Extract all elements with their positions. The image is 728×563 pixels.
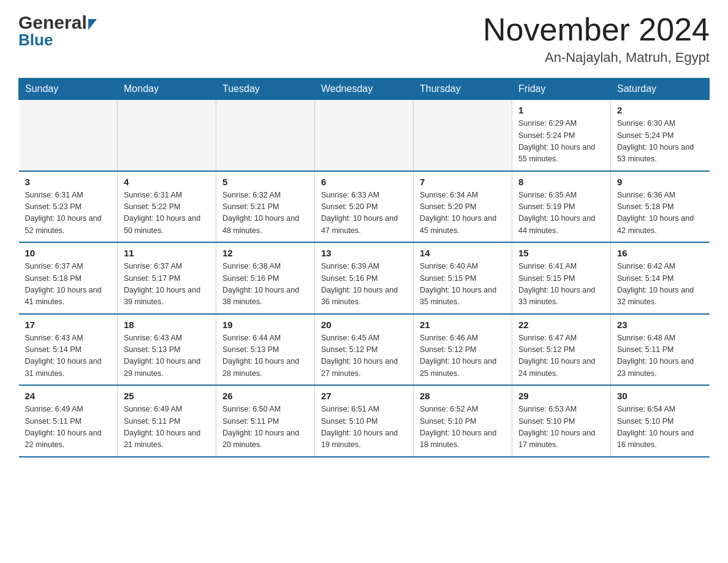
calendar-table: SundayMondayTuesdayWednesdayThursdayFrid… — [18, 78, 710, 458]
day-info: Sunrise: 6:41 AMSunset: 5:15 PMDaylight:… — [518, 261, 604, 308]
day-cell: 9Sunrise: 6:36 AMSunset: 5:18 PMDaylight… — [611, 171, 710, 243]
day-cell: 6Sunrise: 6:33 AMSunset: 5:20 PMDaylight… — [315, 171, 414, 243]
day-number: 10 — [25, 248, 112, 258]
page-title: November 2024 — [483, 12, 710, 47]
day-number: 19 — [222, 320, 308, 330]
day-cell — [19, 100, 118, 171]
day-number: 6 — [321, 177, 407, 187]
day-info: Sunrise: 6:30 AMSunset: 5:24 PMDaylight:… — [617, 118, 703, 166]
day-cell: 25Sunrise: 6:49 AMSunset: 5:11 PMDayligh… — [118, 385, 216, 457]
week-row-5: 24Sunrise: 6:49 AMSunset: 5:11 PMDayligh… — [19, 385, 710, 457]
day-cell — [118, 100, 216, 171]
day-cell: 13Sunrise: 6:39 AMSunset: 5:16 PMDayligh… — [315, 242, 414, 314]
header-cell-tuesday: Tuesday — [216, 79, 315, 100]
header-cell-saturday: Saturday — [611, 79, 710, 100]
day-cell: 4Sunrise: 6:31 AMSunset: 5:22 PMDaylight… — [118, 171, 216, 243]
day-number: 12 — [222, 248, 308, 258]
day-number: 24 — [25, 391, 112, 401]
day-cell: 30Sunrise: 6:54 AMSunset: 5:10 PMDayligh… — [611, 385, 710, 457]
day-number: 17 — [25, 320, 112, 330]
day-cell: 20Sunrise: 6:45 AMSunset: 5:12 PMDayligh… — [315, 314, 414, 386]
day-cell: 19Sunrise: 6:44 AMSunset: 5:13 PMDayligh… — [216, 314, 315, 386]
day-number: 2 — [617, 105, 703, 115]
day-info: Sunrise: 6:47 AMSunset: 5:12 PMDaylight:… — [518, 332, 604, 380]
day-cell — [414, 100, 512, 171]
page-subtitle: An-Najaylah, Matruh, Egypt — [483, 50, 710, 66]
day-number: 8 — [518, 177, 604, 187]
day-info: Sunrise: 6:33 AMSunset: 5:20 PMDaylight:… — [321, 190, 407, 237]
day-info: Sunrise: 6:29 AMSunset: 5:24 PMDaylight:… — [518, 118, 604, 166]
day-number: 30 — [617, 391, 703, 401]
day-cell: 28Sunrise: 6:52 AMSunset: 5:10 PMDayligh… — [414, 385, 512, 457]
day-info: Sunrise: 6:44 AMSunset: 5:13 PMDaylight:… — [222, 332, 308, 380]
day-number: 20 — [321, 320, 407, 330]
day-cell: 14Sunrise: 6:40 AMSunset: 5:15 PMDayligh… — [414, 242, 512, 314]
day-cell: 27Sunrise: 6:51 AMSunset: 5:10 PMDayligh… — [315, 385, 414, 457]
title-area: November 2024 An-Najaylah, Matruh, Egypt — [483, 12, 710, 66]
day-info: Sunrise: 6:43 AMSunset: 5:13 PMDaylight:… — [124, 332, 210, 380]
day-cell: 5Sunrise: 6:32 AMSunset: 5:21 PMDaylight… — [216, 171, 315, 243]
day-info: Sunrise: 6:51 AMSunset: 5:10 PMDaylight:… — [321, 404, 407, 451]
week-row-3: 10Sunrise: 6:37 AMSunset: 5:18 PMDayligh… — [19, 242, 710, 314]
day-number: 23 — [617, 320, 703, 330]
day-info: Sunrise: 6:35 AMSunset: 5:19 PMDaylight:… — [518, 190, 604, 237]
logo: General Blue — [18, 12, 97, 50]
day-number: 21 — [420, 320, 506, 330]
day-info: Sunrise: 6:52 AMSunset: 5:10 PMDaylight:… — [420, 404, 506, 451]
day-number: 26 — [222, 391, 308, 401]
day-cell — [315, 100, 414, 171]
day-info: Sunrise: 6:36 AMSunset: 5:18 PMDaylight:… — [617, 190, 703, 237]
day-cell: 18Sunrise: 6:43 AMSunset: 5:13 PMDayligh… — [118, 314, 216, 386]
day-number: 14 — [420, 248, 506, 258]
day-cell: 3Sunrise: 6:31 AMSunset: 5:23 PMDaylight… — [19, 171, 118, 243]
day-info: Sunrise: 6:32 AMSunset: 5:21 PMDaylight:… — [222, 190, 308, 237]
day-info: Sunrise: 6:39 AMSunset: 5:16 PMDaylight:… — [321, 261, 407, 308]
day-cell: 21Sunrise: 6:46 AMSunset: 5:12 PMDayligh… — [414, 314, 512, 386]
day-info: Sunrise: 6:37 AMSunset: 5:18 PMDaylight:… — [25, 261, 112, 308]
day-cell — [216, 100, 315, 171]
week-row-1: 1Sunrise: 6:29 AMSunset: 5:24 PMDaylight… — [19, 100, 710, 171]
day-number: 11 — [124, 248, 210, 258]
page-header: General Blue November 2024 An-Najaylah, … — [18, 12, 710, 66]
day-cell: 2Sunrise: 6:30 AMSunset: 5:24 PMDaylight… — [611, 100, 710, 171]
day-info: Sunrise: 6:37 AMSunset: 5:17 PMDaylight:… — [124, 261, 210, 308]
header-row: SundayMondayTuesdayWednesdayThursdayFrid… — [19, 79, 710, 100]
day-cell: 17Sunrise: 6:43 AMSunset: 5:14 PMDayligh… — [19, 314, 118, 386]
day-number: 5 — [222, 177, 308, 187]
day-number: 27 — [321, 391, 407, 401]
header-cell-wednesday: Wednesday — [315, 79, 414, 100]
day-cell: 23Sunrise: 6:48 AMSunset: 5:11 PMDayligh… — [611, 314, 710, 386]
day-cell: 22Sunrise: 6:47 AMSunset: 5:12 PMDayligh… — [512, 314, 611, 386]
day-number: 16 — [617, 248, 703, 258]
day-info: Sunrise: 6:48 AMSunset: 5:11 PMDaylight:… — [617, 332, 703, 380]
day-info: Sunrise: 6:50 AMSunset: 5:11 PMDaylight:… — [222, 404, 308, 451]
week-row-2: 3Sunrise: 6:31 AMSunset: 5:23 PMDaylight… — [19, 171, 710, 243]
day-info: Sunrise: 6:53 AMSunset: 5:10 PMDaylight:… — [518, 404, 604, 451]
day-number: 25 — [124, 391, 210, 401]
header-cell-monday: Monday — [118, 79, 216, 100]
day-info: Sunrise: 6:46 AMSunset: 5:12 PMDaylight:… — [420, 332, 506, 380]
calendar-header: SundayMondayTuesdayWednesdayThursdayFrid… — [19, 79, 710, 100]
calendar-body: 1Sunrise: 6:29 AMSunset: 5:24 PMDaylight… — [19, 100, 710, 457]
day-cell: 10Sunrise: 6:37 AMSunset: 5:18 PMDayligh… — [19, 242, 118, 314]
day-number: 22 — [518, 320, 604, 330]
day-number: 28 — [420, 391, 506, 401]
day-info: Sunrise: 6:49 AMSunset: 5:11 PMDaylight:… — [124, 404, 210, 451]
logo-blue-text: Blue — [18, 31, 53, 50]
header-cell-sunday: Sunday — [19, 79, 118, 100]
day-number: 29 — [518, 391, 604, 401]
day-info: Sunrise: 6:38 AMSunset: 5:16 PMDaylight:… — [222, 261, 308, 308]
day-info: Sunrise: 6:31 AMSunset: 5:22 PMDaylight:… — [124, 190, 210, 237]
day-info: Sunrise: 6:45 AMSunset: 5:12 PMDaylight:… — [321, 332, 407, 380]
day-cell: 11Sunrise: 6:37 AMSunset: 5:17 PMDayligh… — [118, 242, 216, 314]
day-info: Sunrise: 6:43 AMSunset: 5:14 PMDaylight:… — [25, 332, 112, 380]
day-info: Sunrise: 6:34 AMSunset: 5:20 PMDaylight:… — [420, 190, 506, 237]
day-info: Sunrise: 6:54 AMSunset: 5:10 PMDaylight:… — [617, 404, 703, 451]
day-info: Sunrise: 6:31 AMSunset: 5:23 PMDaylight:… — [25, 190, 112, 237]
logo-general-text: General — [18, 12, 87, 33]
day-info: Sunrise: 6:49 AMSunset: 5:11 PMDaylight:… — [25, 404, 112, 451]
day-cell: 29Sunrise: 6:53 AMSunset: 5:10 PMDayligh… — [512, 385, 611, 457]
day-number: 18 — [124, 320, 210, 330]
day-cell: 26Sunrise: 6:50 AMSunset: 5:11 PMDayligh… — [216, 385, 315, 457]
day-number: 15 — [518, 248, 604, 258]
